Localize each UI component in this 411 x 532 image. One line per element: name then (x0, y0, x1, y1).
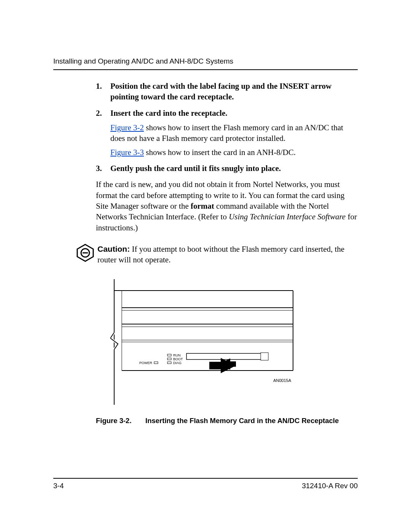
svg-rect-15 (167, 358, 171, 360)
svg-rect-2 (83, 252, 88, 254)
diagram-label-run: RUN (173, 353, 181, 357)
text: shows how to insert the card in an ANH-8… (144, 148, 296, 157)
figure-title: Inserting the Flash Memory Card in the A… (145, 417, 339, 425)
diagram-label-boot: BOOT (173, 357, 183, 361)
caution-block: Caution: If you attempt to boot without … (76, 244, 358, 265)
step-1: 1. Position the card with the label faci… (96, 81, 358, 102)
step-2: 2. Insert the card into the receptacle. (96, 108, 358, 118)
page-number: 3-4 (53, 482, 64, 490)
doc-revision: 312410-A Rev 00 (302, 482, 358, 490)
step-number: 3. (96, 163, 110, 174)
svg-rect-19 (261, 353, 268, 360)
text: If you attempt to boot without the Flash… (97, 244, 344, 264)
figure-link[interactable]: Figure 3-2 (110, 123, 144, 132)
diagram-label-diag: DIAG (173, 361, 182, 365)
step-text: Position the card with the label facing … (110, 81, 358, 102)
book-title: Using Technician Interface Software (229, 212, 346, 221)
caution-text: Caution: If you attempt to boot without … (97, 244, 358, 265)
figure-diagram: RUN BOOT DIAG POWER AN0015A (110, 279, 358, 405)
figure-link[interactable]: Figure 3-3 (110, 148, 144, 157)
paragraph: If the card is new, and you did not obta… (96, 179, 358, 233)
page: Installing and Operating AN/DC and ANH-8… (0, 0, 411, 532)
caution-label: Caution: (97, 244, 130, 253)
svg-rect-16 (167, 362, 171, 364)
step-number: 2. (96, 108, 110, 118)
page-footer: 3-4 312410-A Rev 00 (53, 478, 358, 490)
step-text: Gently push the card until it fits snugl… (110, 163, 281, 174)
step-text: Insert the card into the receptacle. (110, 108, 228, 118)
figure-caption: Figure 3-2.Inserting the Flash Memory Ca… (96, 416, 358, 426)
caution-icon (76, 244, 94, 262)
step-number: 1. (96, 81, 110, 102)
diagram-label-power: POWER (139, 361, 153, 365)
command-name: format (191, 201, 214, 211)
figure-number: Figure 3-2. (96, 416, 145, 426)
paragraph: Figure 3-3 shows how to insert the card … (110, 147, 358, 158)
diagram-id: AN0015A (273, 378, 292, 383)
body-content: 1. Position the card with the label faci… (53, 81, 358, 426)
svg-rect-18 (186, 353, 266, 359)
text: shows how to insert the Flash memory car… (110, 123, 343, 143)
paragraph: Figure 3-2 shows how to insert the Flash… (110, 122, 358, 144)
svg-rect-17 (154, 362, 158, 364)
svg-rect-14 (167, 354, 171, 356)
step-3: 3. Gently push the card until it fits sn… (96, 163, 358, 174)
running-header: Installing and Operating AN/DC and ANH-8… (53, 57, 358, 70)
